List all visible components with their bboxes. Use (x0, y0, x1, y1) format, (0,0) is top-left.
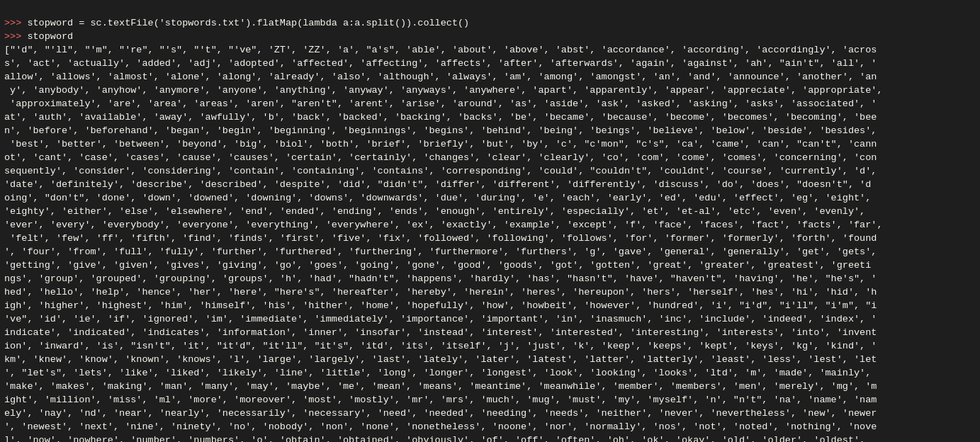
output-block: ["'d", "'ll", "'m", "'re", "'s", "'t", "… (4, 45, 883, 442)
prompt-line-2: >>> stopword (4, 31, 73, 42)
command-1: stopword = sc.textFile('stopwords.txt').… (27, 18, 469, 28)
prompt-prefix-2: >>> (4, 31, 27, 42)
prompt-prefix-1: >>> (4, 18, 27, 28)
terminal-window[interactable]: >>> stopword = sc.textFile('stopwords.tx… (0, 0, 980, 442)
command-2: stopword (27, 31, 73, 42)
prompt-line-1: >>> stopword = sc.textFile('stopwords.tx… (4, 18, 469, 28)
